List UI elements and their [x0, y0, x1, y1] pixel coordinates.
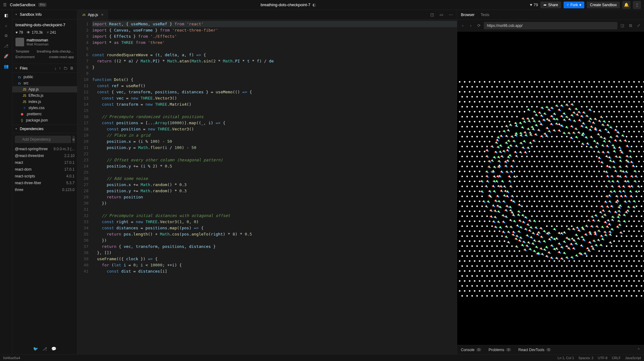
deploy-icon[interactable]: 🚀: [4, 54, 9, 58]
svg-point-2913: [616, 265, 617, 267]
language-mode[interactable]: JavaScript: [625, 356, 641, 360]
svg-point-17: [543, 81, 545, 83]
close-icon[interactable]: ×: [101, 13, 103, 17]
live-icon[interactable]: 👥: [4, 64, 9, 69]
notifications-button[interactable]: 🔔: [622, 1, 630, 9]
svg-point-1663: [559, 191, 560, 192]
sandbox-info-header[interactable]: Sandbox Info: [12, 10, 77, 19]
fork-button[interactable]: ⑂ Fork ▾: [564, 2, 584, 8]
svg-point-1715: [497, 196, 498, 197]
discord-icon[interactable]: 💬: [51, 346, 56, 351]
create-sandbox-button[interactable]: Create Sandbox: [587, 2, 620, 8]
upload-icon[interactable]: ↑: [59, 66, 61, 70]
files-header[interactable]: Files ↓ ↑ 🗀 🗎: [12, 64, 77, 73]
split-editor-icon[interactable]: ◫: [428, 11, 436, 19]
pip-icon[interactable]: ◲: [619, 23, 625, 28]
svg-point-2899: [546, 265, 547, 267]
git-branch[interactable]: 5d46ad5a4: [3, 356, 20, 360]
svg-point-488: [583, 123, 584, 124]
problems-tab[interactable]: Problems0: [489, 348, 511, 352]
expand-console-icon[interactable]: ⌃: [637, 348, 640, 352]
cursor-position[interactable]: Ln 1, Col 1: [558, 356, 574, 360]
svg-point-3005: [504, 280, 505, 282]
dependency-menu-button[interactable]: ≡: [72, 136, 75, 143]
encoding[interactable]: UTF-8: [598, 356, 608, 360]
dependency-row[interactable]: three0.123.0: [15, 186, 75, 193]
file-effects-js[interactable]: JSEffects.js: [12, 92, 77, 99]
dependency-row[interactable]: react-dom17.0.1: [15, 166, 75, 173]
reload-icon[interactable]: ⟳: [476, 23, 482, 28]
svg-point-2503: [474, 240, 475, 242]
forward-icon[interactable]: ›: [468, 23, 474, 28]
file-package-json[interactable]: {}package.json: [12, 117, 77, 123]
svg-point-123: [506, 96, 508, 98]
code-editor[interactable]: 1234567891011121314151617181920212223242…: [77, 20, 457, 354]
download-icon[interactable]: ↓: [54, 66, 57, 70]
svg-point-553: [540, 124, 542, 125]
template-value[interactable]: breathing-dots-checkpoint-6: [37, 49, 74, 53]
svg-point-2655: [566, 246, 567, 247]
dependencies-header[interactable]: Dependencies: [12, 125, 77, 133]
file-index-js[interactable]: JSindex.js: [12, 99, 77, 105]
svg-point-456: [543, 119, 545, 121]
layout-icon[interactable]: ▭: [437, 11, 446, 19]
new-folder-icon[interactable]: 🗀: [63, 66, 67, 70]
file-app-js[interactable]: JSApp.js: [12, 86, 77, 92]
env-value[interactable]: create-react-app: [49, 55, 74, 59]
svg-point-2104: [484, 220, 485, 222]
svg-point-3110: [462, 295, 463, 297]
settings-icon[interactable]: ⚙: [4, 33, 8, 38]
browser-tab[interactable]: Browser: [461, 13, 474, 17]
indent-setting[interactable]: Spaces: 2: [578, 356, 594, 360]
github-icon[interactable]: ⎇: [4, 44, 8, 48]
folder-public[interactable]: 🗀public: [12, 74, 77, 80]
svg-point-3009: [524, 280, 525, 282]
file-prettierrc[interactable]: ⬢.prettierrc: [12, 111, 77, 117]
dependency-row[interactable]: react-three-fiber5.3.7: [15, 180, 75, 186]
svg-point-1502: [509, 181, 510, 182]
explorer-icon[interactable]: ◧: [4, 13, 8, 18]
svg-point-3125: [536, 295, 538, 297]
svg-point-1172: [459, 161, 461, 162]
dependency-search-input[interactable]: [15, 136, 71, 143]
more-menu-button[interactable]: ⋮: [633, 1, 641, 9]
new-file-icon[interactable]: 🗎: [70, 66, 74, 70]
back-icon[interactable]: ‹: [460, 23, 466, 28]
svg-point-1428: [526, 176, 528, 177]
open-external-icon[interactable]: ⤢: [635, 23, 642, 28]
file-styles-css[interactable]: #styles.css: [12, 105, 77, 111]
svg-point-624: [494, 131, 495, 132]
svg-point-2963: [486, 275, 488, 277]
svg-point-1661: [548, 191, 550, 192]
dependency-row[interactable]: @react-spring/three9.0.0-rc.3 (...: [15, 146, 75, 152]
svg-point-83: [494, 91, 495, 92]
dependency-row[interactable]: @react-three/drei2.2.10: [15, 152, 75, 159]
menu-icon[interactable]: ☰: [3, 2, 7, 7]
svg-point-2788: [521, 255, 523, 257]
console-tab[interactable]: Console0: [461, 348, 481, 352]
search-icon[interactable]: ⌕: [5, 23, 7, 28]
svg-point-261: [504, 111, 505, 113]
url-input[interactable]: [484, 22, 617, 29]
eol[interactable]: CRLF: [612, 356, 621, 360]
like-count[interactable]: ♥ 79: [530, 2, 538, 7]
tests-tab[interactable]: Tests: [481, 13, 489, 17]
tab-app-js[interactable]: JS App.js ×: [77, 10, 108, 19]
author-info[interactable]: mattrossman Matt Rossman: [15, 38, 74, 46]
copy-icon[interactable]: ⧉: [627, 23, 633, 28]
more-icon[interactable]: ⋯: [446, 11, 455, 19]
share-button[interactable]: ➦ Share: [540, 2, 561, 8]
dependency-row[interactable]: react17.0.1: [15, 159, 75, 166]
dependency-row[interactable]: react-scripts4.0.1: [15, 173, 75, 180]
svg-point-2770: [618, 250, 620, 252]
svg-point-1095: [476, 156, 478, 157]
svg-point-259: [494, 111, 495, 113]
svg-point-3114: [481, 295, 483, 297]
svg-point-90: [529, 91, 530, 92]
devtools-tab[interactable]: React DevTools0: [518, 348, 551, 352]
github-icon[interactable]: ⎇: [42, 346, 47, 351]
folder-src[interactable]: 🗀src: [12, 80, 77, 86]
svg-point-2070: [595, 215, 597, 216]
svg-point-29: [603, 81, 605, 83]
twitter-icon[interactable]: 🐦: [33, 346, 38, 351]
